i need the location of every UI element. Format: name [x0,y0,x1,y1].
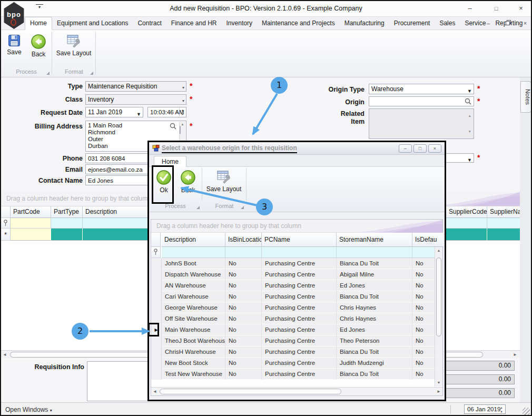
scroll-thumb[interactable] [160,389,341,394]
origin-type-select[interactable]: Warehouse ▼ [369,84,474,94]
cell[interactable]: No [225,291,262,302]
cell[interactable]: Chris Haynes [337,302,412,313]
filter-cell[interactable] [11,218,51,229]
save-button[interactable]: Save [2,32,26,69]
cell[interactable]: JohnS Boot [162,258,225,269]
scroll-thumb[interactable] [436,257,441,336]
tab-procurement[interactable]: Procurement [389,17,435,30]
resize-grip[interactable] [523,408,530,415]
grid-horizontal-scrollbar[interactable]: ◄ ► [151,387,442,395]
column-header-description[interactable]: Description [162,233,225,247]
cell[interactable]: Purchasing Centre [262,346,337,358]
cell[interactable]: Test New Warehouse [162,369,225,380]
cell[interactable]: TheoJ Boot Warehouse [162,335,225,346]
grid-vertical-scrollbar[interactable]: ▲ ▼ [435,247,442,387]
warehouse-row[interactable]: George WarehouseNoPurchasing CentreChris… [151,302,436,313]
close-button[interactable]: × [513,3,529,14]
class-select[interactable]: Inventory ▾ [85,94,186,105]
cell[interactable]: George Warehouse [162,302,225,313]
new-row-cell[interactable] [446,229,487,241]
ribbon-restore-icon[interactable] [503,19,514,28]
column-header-pcname[interactable]: PCName [262,233,337,247]
related-item-field[interactable]: ▲ ▼ [369,108,474,139]
filter-cell[interactable] [337,247,412,258]
cell[interactable]: Dispatch Warehouse [162,269,225,280]
cell[interactable]: No [412,358,436,369]
cell[interactable]: Purchasing Centre [262,335,337,346]
cell[interactable]: No [412,346,436,358]
chevron-down-icon[interactable]: ▼ [467,155,472,163]
request-time-field[interactable]: 10:03:46 AM ▲ ▼ [147,107,186,117]
cell[interactable]: No [225,346,262,358]
scroll-left-icon[interactable]: ◄ [1,351,8,359]
column-header-parttype[interactable]: PartType [51,206,83,218]
warehouse-row[interactable]: AN WarehouseNoPurchasing CentreEd JonesN… [151,280,436,291]
search-icon[interactable] [465,98,471,106]
cell[interactable]: Ed Jones [337,324,412,335]
cell[interactable]: Judith Mudzengi [337,358,412,369]
type-select[interactable]: Maintenance Requisition ▾ [85,81,186,92]
filter-cell[interactable] [51,218,83,229]
group-by-panel[interactable]: Drag a column header here to group by th… [151,220,442,233]
chevron-down-icon[interactable]: ▾ [182,83,184,92]
cell[interactable]: Purchasing Centre [262,358,337,369]
cell[interactable]: No [412,280,436,291]
scroll-thumb[interactable] [180,126,181,134]
cell[interactable]: No [412,369,436,380]
filter-cell[interactable] [162,247,225,258]
cell[interactable]: Purchasing Centre [262,291,337,302]
date-spinner[interactable]: ▲ ▼ [498,405,505,414]
cell[interactable]: No [225,358,262,369]
warehouse-row[interactable]: New Boot StockNoPurchasing CentreJudith … [151,358,436,369]
save-layout-button[interactable]: Save Layout [54,32,94,69]
scroll-up-icon[interactable]: ▲ [435,247,442,254]
cell[interactable]: No [225,269,262,280]
cell[interactable]: Ed Jones [337,280,412,291]
origin-field[interactable] [369,96,474,106]
cell[interactable]: No [412,291,436,302]
cell[interactable]: No [225,335,262,346]
scroll-left-icon[interactable]: ◄ [151,388,159,395]
tab-equipment-and-locations[interactable]: Equipment and Locations [52,17,133,30]
cell[interactable]: No [225,369,262,380]
cell[interactable]: No [412,258,436,269]
dialog-back-button[interactable]: Back [176,168,200,205]
cell[interactable]: Bianca Du Toit [337,369,412,380]
cell[interactable]: Cari Warehouse [162,291,225,302]
cell[interactable]: AN Warehouse [162,280,225,291]
filter-cell[interactable] [487,218,520,229]
new-row-cell[interactable] [51,229,83,241]
cell[interactable]: No [225,302,262,313]
warehouse-row[interactable]: ChrisH WarehouseNoPurchasing CentreBianc… [151,346,436,358]
cell[interactable]: No [412,335,436,346]
cell[interactable]: Bianca Du Toit [337,291,412,302]
tab-contract[interactable]: Contract [133,17,166,30]
cell[interactable]: Bianca Du Toit [337,258,412,269]
filter-cell[interactable] [446,218,487,229]
cell[interactable]: New Boot Stock [162,358,225,369]
column-header-storemanname[interactable]: StoremanName [337,233,412,247]
minimize-button[interactable]: – [462,3,478,14]
dialog-save-layout-button[interactable]: Save Layout [204,168,244,205]
cell[interactable]: Purchasing Centre [262,280,337,291]
tab-home[interactable]: Home [25,17,52,30]
search-icon[interactable] [170,123,176,131]
request-date-picker[interactable]: 11 Jan 2019 ▼ [85,107,143,117]
dialog-launcher-icon[interactable] [196,206,200,209]
cell[interactable]: Purchasing Centre [262,269,337,280]
open-windows-button[interactable]: Open Windows ▾ [5,406,52,413]
dialog-close-button[interactable]: × [428,144,441,153]
time-spinner[interactable]: ▲ ▼ [179,108,185,116]
tab-sales[interactable]: Sales [435,17,460,30]
column-header-isdefault[interactable]: IsDefau [412,233,444,247]
cell[interactable]: No [412,302,436,313]
new-row-cell[interactable] [487,229,520,241]
cell[interactable]: Bianca Du Toit [337,346,412,358]
dialog-launcher-icon[interactable] [46,72,50,75]
notes-side-tab[interactable]: Notes [520,81,531,113]
warehouse-row[interactable]: Cari WarehouseNoPurchasing CentreBianca … [151,291,436,302]
warehouse-row[interactable]: ▶Main WarehouseNoPurchasing CentreEd Jon… [151,324,436,335]
cell[interactable]: No [225,324,262,335]
cell[interactable]: Abigail Milne [337,269,412,280]
column-header-partcode[interactable]: PartCode [11,206,51,218]
